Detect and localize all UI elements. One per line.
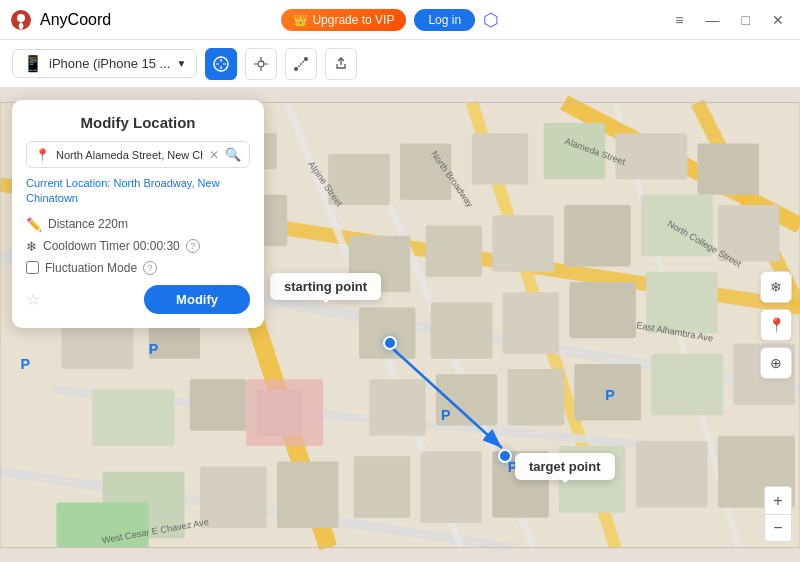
svg-rect-48	[636, 441, 708, 508]
titlebar: AnyCoord 👑 Upgrade to VIP Log in ⬡ ≡ — □…	[0, 0, 800, 40]
svg-rect-16	[190, 379, 246, 430]
distance-label: Distance 220m	[48, 217, 128, 231]
device-icon: 📱	[23, 54, 43, 73]
toolbar-route-btn[interactable]	[285, 48, 317, 80]
modify-button[interactable]: Modify	[144, 285, 250, 314]
svg-rect-43	[277, 461, 339, 528]
chevron-down-icon: ▼	[176, 58, 186, 69]
distance-row: ✏️ Distance 220m	[26, 217, 250, 232]
fluctuation-label[interactable]: Fluctuation Mode	[45, 261, 137, 275]
modify-location-panel: Modify Location 📍 ✕ 🔍 Current Location: …	[12, 100, 264, 328]
titlebar-center: 👑 Upgrade to VIP Log in ⬡	[281, 9, 499, 31]
zoom-controls: + −	[764, 486, 792, 542]
svg-rect-22	[615, 133, 687, 179]
current-location-text[interactable]: Current Location: North Broadway, New Ch…	[26, 176, 250, 207]
cooldown-help-icon[interactable]: ?	[186, 239, 200, 253]
svg-rect-20	[472, 133, 528, 184]
cooldown-label: Cooldown Timer 00:00:30	[43, 239, 180, 253]
svg-rect-25	[426, 226, 482, 277]
close-button[interactable]: ✕	[766, 10, 790, 30]
toolbar-compass-btn[interactable]	[205, 48, 237, 80]
titlebar-left: AnyCoord	[10, 9, 111, 31]
snowflake-small-icon: ❄	[26, 239, 37, 254]
search-location-icon: 📍	[35, 148, 50, 162]
svg-rect-26	[492, 215, 554, 271]
toolbar-crosshair-btn[interactable]	[245, 48, 277, 80]
location-pin-button[interactable]: 📍	[760, 309, 792, 341]
device-selector[interactable]: 📱 iPhone (iPhone 15 ... ▼	[12, 49, 197, 78]
svg-rect-32	[503, 292, 559, 354]
zoom-out-button[interactable]: −	[764, 514, 792, 542]
svg-rect-50	[246, 379, 323, 446]
snowflake-button[interactable]: ❄	[760, 271, 792, 303]
panel-title: Modify Location	[26, 114, 250, 131]
svg-text:P: P	[605, 387, 615, 403]
location-search-input[interactable]	[56, 149, 203, 161]
pencil-icon: ✏️	[26, 217, 42, 232]
favorite-button[interactable]: ☆	[26, 290, 40, 309]
app-logo-icon	[10, 9, 32, 31]
svg-rect-42	[200, 467, 267, 529]
clear-icon[interactable]: ✕	[209, 148, 219, 162]
svg-text:P: P	[21, 356, 31, 372]
search-bar[interactable]: 📍 ✕ 🔍	[26, 141, 250, 168]
svg-rect-39	[651, 354, 723, 416]
svg-rect-30	[359, 308, 415, 359]
fluctuation-help-icon[interactable]: ?	[143, 261, 157, 275]
svg-point-5	[304, 57, 308, 61]
device-name: iPhone (iPhone 15 ...	[49, 56, 170, 71]
starting-point-marker	[383, 336, 397, 350]
svg-rect-31	[431, 302, 493, 358]
zoom-in-button[interactable]: +	[764, 486, 792, 514]
fluctuation-checkbox[interactable]	[26, 261, 39, 274]
login-button[interactable]: Log in	[414, 9, 475, 31]
crown-icon: 👑	[293, 13, 308, 27]
toolbar-export-btn[interactable]	[325, 48, 357, 80]
svg-rect-33	[569, 282, 636, 338]
fluctuation-row: Fluctuation Mode ?	[26, 261, 250, 275]
starting-point-callout: starting point	[270, 273, 381, 300]
circle-plus-button[interactable]: ⊕	[760, 347, 792, 379]
main: P P P P P P P North Hill Street Alpine S…	[0, 88, 800, 562]
map-container[interactable]: P P P P P P P North Hill Street Alpine S…	[0, 88, 800, 562]
minimize-button[interactable]: —	[700, 10, 726, 30]
svg-point-4	[294, 67, 298, 71]
panel-footer: ☆ Modify	[26, 285, 250, 314]
svg-text:P: P	[441, 407, 451, 423]
target-point-callout: target point	[515, 453, 615, 480]
svg-rect-44	[354, 456, 410, 518]
svg-point-1	[17, 14, 25, 22]
svg-rect-27	[564, 205, 631, 267]
app-name: AnyCoord	[40, 11, 111, 29]
svg-rect-35	[369, 379, 425, 435]
maximize-button[interactable]: □	[736, 10, 756, 30]
svg-rect-23	[697, 143, 759, 194]
titlebar-right: ≡ — □ ✕	[669, 10, 790, 30]
toolbar: 📱 iPhone (iPhone 15 ... ▼	[0, 40, 800, 88]
upgrade-button[interactable]: 👑 Upgrade to VIP	[281, 9, 406, 31]
svg-rect-15	[92, 390, 174, 446]
svg-point-3	[258, 61, 264, 67]
discord-icon[interactable]: ⬡	[483, 9, 499, 31]
map-controls: ❄ 📍 ⊕	[760, 271, 792, 379]
cooldown-row: ❄ Cooldown Timer 00:00:30 ?	[26, 239, 250, 254]
svg-rect-45	[421, 451, 483, 523]
search-icon[interactable]: 🔍	[225, 147, 241, 162]
svg-text:P: P	[149, 341, 159, 357]
svg-rect-37	[508, 369, 564, 425]
target-point-marker	[498, 449, 512, 463]
menu-button[interactable]: ≡	[669, 10, 689, 30]
